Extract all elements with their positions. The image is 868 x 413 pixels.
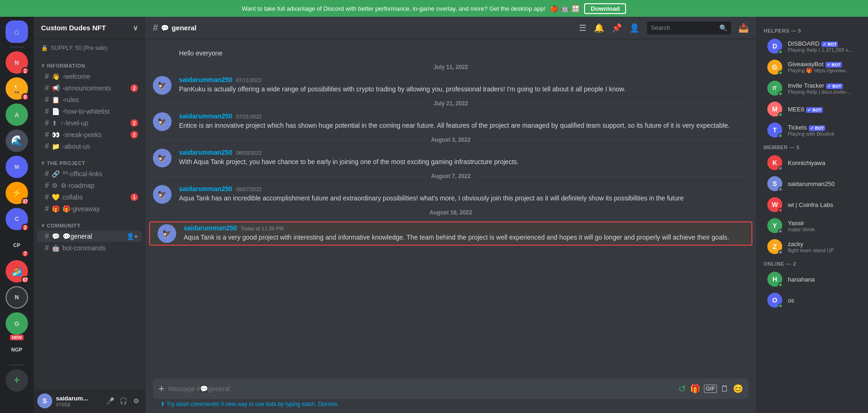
member-coinfra[interactable]: W wt | Coinfra Labs (760, 194, 864, 215)
hash-icon: # (45, 119, 49, 127)
mute-button[interactable]: 🎤 (104, 395, 116, 406)
notification-icon[interactable]: 🔔 (594, 23, 604, 33)
message-text-1: PanKuku is actually offering a wide rang… (179, 84, 749, 94)
member-giveawaybot[interactable]: G GiveawayBot✓ BOT Playing 🎁 https://giv… (760, 57, 864, 77)
member-invite-tracker[interactable]: IT Invite Tracker✓ BOT Playing /help | d… (760, 78, 864, 98)
server-icon-3[interactable]: A (6, 103, 28, 126)
message-text-4: Aqua Tank has an incredible accomplishme… (179, 193, 749, 203)
username-1[interactable]: saidarumman250 (179, 76, 232, 83)
channel-collabs[interactable]: # 💛 collabs 1 (37, 192, 142, 203)
gift-icon[interactable]: 🎁 (690, 384, 700, 394)
server-icon-9[interactable]: 🏄 67 (6, 260, 28, 282)
username-3[interactable]: saidarumman250 (179, 149, 232, 156)
os-avatar: O (767, 293, 782, 308)
add-server-button[interactable]: + (6, 369, 28, 392)
message-actions: ↺ 🎁 GIF 🗒 😊 (678, 383, 743, 394)
member-disboard[interactable]: D DISBOARD✓ BOT Playing /help | 1,371,36… (760, 36, 864, 56)
hanahana-name: hanahana (788, 276, 857, 283)
server-icon-10[interactable]: N (6, 286, 28, 309)
category-information[interactable]: ∨ INFORMATION (34, 55, 145, 70)
message-content-4: saidarumman250 08/07/2022 Aqua Tank has … (179, 185, 749, 204)
category-community[interactable]: ∨ COMMUNITY (34, 215, 145, 230)
disboard-info: DISBOARD✓ BOT Playing /help | 1,371,369 … (788, 40, 857, 53)
channel-giveaway[interactable]: # 🎁 🎁-giveaway (37, 203, 142, 214)
username-4[interactable]: saidarumman250 (179, 185, 232, 193)
giveawaybot-name: GiveawayBot✓ BOT (788, 61, 857, 68)
inbox-icon[interactable]: 📥 (738, 23, 749, 33)
sticker-icon[interactable]: 🗒 (721, 384, 729, 394)
members-icon[interactable]: 👤 (629, 23, 640, 33)
tickets-avatar: T (767, 123, 782, 138)
message-input[interactable] (168, 385, 675, 392)
emoji-icon[interactable]: 😊 (733, 384, 743, 394)
message-text-3: With Aqua Tank project, you have chance … (179, 157, 749, 167)
message-text-5: Aqua Tank is a very good project with in… (184, 233, 744, 242)
slash-hint[interactable]: ⬆ Try slash commands! A new way to use b… (153, 399, 749, 409)
channel-level-up[interactable]: # ⬆ ↑-level-up 2 (37, 117, 142, 129)
deafen-button[interactable]: 🎧 (117, 395, 129, 406)
member-add-icon[interactable]: 👤+ (126, 233, 138, 240)
messages-container: Hello everyone July 11, 2022 🦅 saidarumm… (145, 39, 756, 379)
server-icon-2[interactable]: 🏆 8 (6, 77, 28, 100)
server-icon-7[interactable]: C 2 (6, 208, 28, 230)
avatar-3: 🦅 (153, 149, 172, 167)
threads-icon[interactable]: ☰ (579, 23, 586, 33)
channel-official-links[interactable]: # 🔗 ⁸⁸-offical-links (37, 168, 142, 179)
channel-general[interactable]: # 💬 💬general 👤+ (37, 231, 142, 242)
server-icon-11[interactable]: G (6, 312, 28, 335)
hash-icon: # (45, 142, 49, 151)
settings-button[interactable]: ⚙ (131, 395, 142, 406)
disboard-sub: Playing /help | 1,371,369 s... (788, 47, 857, 53)
member-tickets[interactable]: T Tickets✓ BOT Playing with Bloxlink (760, 120, 864, 140)
server-icon-1[interactable]: N 2 (6, 51, 28, 74)
add-message-button[interactable]: + (158, 383, 165, 395)
category-project[interactable]: ∨ THE PROJECT (34, 152, 145, 168)
member-yassir[interactable]: Y Yassir matar shrek (760, 215, 864, 236)
tickets-name: Tickets✓ BOT (788, 124, 857, 131)
download-button[interactable]: Download (584, 3, 626, 14)
server-icon-4[interactable]: 🌊 (6, 130, 28, 152)
member-saidarumman250[interactable]: S saidarumman250 (760, 173, 864, 194)
server-icon-6[interactable]: ⚡ 37 (6, 182, 28, 204)
member-hanahana[interactable]: H hanahana (760, 269, 864, 289)
gif-icon[interactable]: GIF (704, 385, 717, 393)
discord-home-icon[interactable]: ⌂ (6, 21, 28, 43)
search-box[interactable]: 🔍 (647, 21, 731, 34)
date-divider-aug7: August 7, 2022 (145, 169, 756, 183)
channel-announcements[interactable]: # 📢 -announcements 2 (37, 83, 142, 94)
tickets-status (778, 133, 783, 138)
hanahana-status (778, 282, 783, 287)
channel-about-us[interactable]: # 📁 -about-us (37, 141, 142, 152)
message-header-4: saidarumman250 08/07/2022 (179, 185, 749, 193)
timestamp-2: 07/21/2022 (236, 114, 262, 119)
member-zacky[interactable]: Z zacky flight team stand UP (760, 236, 864, 257)
server-icon-8[interactable]: CP 7 (6, 234, 28, 256)
server-icon-12[interactable]: NGP NEW (6, 338, 28, 361)
zacky-sub: flight team stand UP (788, 248, 857, 253)
giveawaybot-status (778, 70, 783, 75)
coinfra-info: wt | Coinfra Labs (788, 201, 857, 208)
channel-rules[interactable]: # 📋 -rules (37, 94, 142, 105)
username-5[interactable]: saidarumman250 (184, 224, 237, 232)
refresh-icon[interactable]: ↺ (678, 383, 686, 394)
channel-roadmap[interactable]: # ⚙ ⚙-roadmap (37, 180, 142, 191)
date-divider-aug16: August 16, 2022 (145, 206, 756, 220)
member-mee6[interactable]: M MEE6✓ BOT (760, 99, 864, 119)
message-content-2: saidarumman250 07/21/2022 Entice is an i… (179, 112, 749, 131)
invite-tracker-info: Invite Tracker✓ BOT Playing /help | docs… (788, 82, 857, 95)
user-panel: S saidarum... #7658 🎤 🎧 ⚙ (34, 389, 145, 413)
os-status (778, 303, 783, 308)
user-info: saidarum... #7658 (56, 395, 101, 407)
server-header[interactable]: Custom Dudes NFT ∨ (34, 17, 145, 39)
username-2[interactable]: saidarumman250 (179, 112, 232, 120)
server-icon-5[interactable]: M (6, 156, 28, 178)
channel-sneak-peeks[interactable]: # 👀 -sneak-peeks 2 (37, 129, 142, 140)
channel-bot-commands[interactable]: # 🤖 bot-commands (37, 242, 142, 254)
platform-icons: 🍎 🤖 🪟 (550, 5, 579, 12)
pin-icon[interactable]: 📌 (612, 23, 622, 33)
channel-welcome[interactable]: # 👋 -welcome (37, 71, 142, 82)
member-konnichiyawa[interactable]: K Konnichiyawa (760, 152, 864, 173)
member-os[interactable]: O os (760, 290, 864, 310)
channel-whitelist[interactable]: # 📄 -how-to-whitelist (37, 106, 142, 117)
search-input[interactable] (651, 24, 716, 31)
